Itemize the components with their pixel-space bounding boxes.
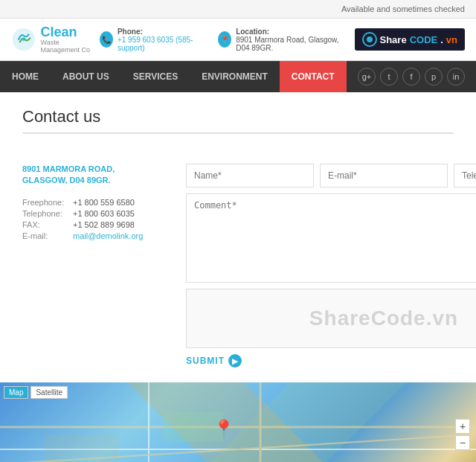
sharecode-code: CODE	[410, 34, 438, 45]
title-section: Contact us	[0, 92, 476, 134]
fax-row: FAX: +1 502 889 9698	[22, 220, 171, 229]
content-area: 8901 MARMORA ROAD,GLASGOW, D04 89GR. Fre…	[0, 149, 476, 382]
social-twitter[interactable]: t	[380, 68, 398, 86]
watermark-text: ShareCode.vn	[309, 307, 458, 330]
nav-about[interactable]: ABOUT US	[51, 61, 121, 92]
svg-point-1	[22, 37, 25, 41]
logo-area: Clean Waste Management Co	[11, 25, 100, 54]
telephone-label: Telephone:	[22, 209, 67, 218]
email-value[interactable]: mail@demolink.org	[73, 231, 143, 240]
map-area[interactable]: Map Satellite 📍 + − Map data ©2016 Googl…	[0, 382, 476, 462]
phone-info: 📞 Phone: +1 959 603 6035 (585-support)	[100, 28, 203, 52]
telephone-row: Telephone: +1 800 603 6035	[22, 209, 171, 218]
map-btn-map[interactable]: Map	[4, 386, 28, 399]
freephone-label: Freephone:	[22, 198, 67, 207]
nav-social: g+ t f p in	[358, 68, 476, 86]
social-facebook[interactable]: f	[402, 68, 420, 86]
name-input[interactable]	[186, 164, 314, 187]
social-linkedin[interactable]: in	[447, 68, 465, 86]
zoom-out-button[interactable]: −	[455, 435, 470, 450]
nav-home[interactable]: HOME	[0, 61, 51, 92]
social-google[interactable]: g+	[358, 68, 376, 86]
submit-button[interactable]: SUBMIT ▶	[186, 354, 242, 368]
telephone-number: +1 800 603 6035	[73, 209, 135, 218]
map-roads	[0, 382, 476, 462]
sharecode-logo: Share CODE . vn	[355, 28, 466, 51]
fax-label: FAX:	[22, 220, 67, 229]
header-info: 📞 Phone: +1 959 603 6035 (585-support) 📍…	[100, 28, 355, 52]
nav-services[interactable]: SERVICES	[121, 61, 190, 92]
phone-icon: 📞	[100, 31, 113, 48]
watermark-area: ShareCode.vn	[186, 289, 476, 348]
main-header: Clean Waste Management Co 📞 Phone: +1 95…	[0, 19, 476, 61]
email-row: E-mail: mail@demolink.org	[22, 231, 171, 240]
map-controls: Map Satellite	[4, 386, 68, 399]
svg-point-3	[367, 36, 373, 42]
social-pinterest[interactable]: p	[425, 68, 443, 86]
freephone-number: +1 800 559 6580	[73, 198, 135, 207]
nav-links: HOME ABOUT US SERVICES ENVIRONMENT CONTA…	[0, 61, 347, 92]
location-label: Location:	[236, 28, 354, 36]
submit-icon: ▶	[228, 354, 242, 368]
freephone-row: Freephone: +1 800 559 6580	[22, 198, 171, 207]
nav-contact[interactable]: CONTACT	[280, 61, 347, 92]
location-icon: 📍	[218, 31, 231, 48]
left-panel: 8901 MARMORA ROAD,GLASGOW, D04 89GR. Fre…	[22, 164, 171, 368]
logo-subtitle: Waste Management Co	[41, 39, 100, 54]
top-bar: Available and sometimes checked	[0, 0, 476, 19]
phone-details: Phone: +1 959 603 6035 (585-support)	[118, 28, 203, 52]
submit-label: SUBMIT	[186, 356, 225, 366]
fax-number: +1 502 889 9698	[73, 220, 135, 229]
comment-input[interactable]	[186, 193, 476, 283]
sharecode-vn: vn	[446, 34, 457, 45]
location-address: 8901 Marmora Road, Glasgow, D04 89GR.	[236, 36, 354, 52]
sharecode-dot: .	[440, 34, 443, 45]
form-row-1	[186, 164, 476, 187]
email-input[interactable]	[320, 164, 448, 187]
main-nav: HOME ABOUT US SERVICES ENVIRONMENT CONTA…	[0, 61, 476, 92]
location-info: 📍 Location: 8901 Marmora Road, Glasgow, …	[218, 28, 355, 52]
email-label: E-mail:	[22, 231, 67, 240]
zoom-in-button[interactable]: +	[455, 419, 470, 434]
sharecode-share: Share	[380, 34, 407, 45]
logo-text-area: Clean Waste Management Co	[41, 25, 100, 54]
svg-rect-10	[45, 434, 119, 462]
top-notice: Available and sometimes checked	[341, 4, 465, 13]
sharecode-icon	[362, 32, 377, 47]
map-zoom: + −	[455, 419, 470, 450]
address-title: 8901 MARMORA ROAD,GLASGOW, D04 89GR.	[22, 164, 171, 187]
logo-icon	[11, 25, 36, 54]
form-bottom: SUBMIT ▶ *required fields	[186, 354, 476, 368]
address-block: 8901 MARMORA ROAD,GLASGOW, D04 89GR.	[22, 164, 171, 187]
logo-name: Clean	[41, 25, 100, 39]
map-btn-satellite[interactable]: Satellite	[30, 386, 68, 399]
phone-label: Phone:	[118, 28, 203, 36]
form-panel: ShareCode.vn SUBMIT ▶ *required fields	[186, 164, 476, 368]
telephone-input[interactable]	[454, 164, 476, 187]
page-title: Contact us	[22, 107, 454, 134]
phone-number: +1 959 603 6035 (585-support)	[118, 36, 203, 52]
location-details: Location: 8901 Marmora Road, Glasgow, D0…	[236, 28, 354, 52]
map-pin: 📍	[213, 419, 235, 440]
nav-environment[interactable]: ENVIRONMENT	[190, 61, 280, 92]
